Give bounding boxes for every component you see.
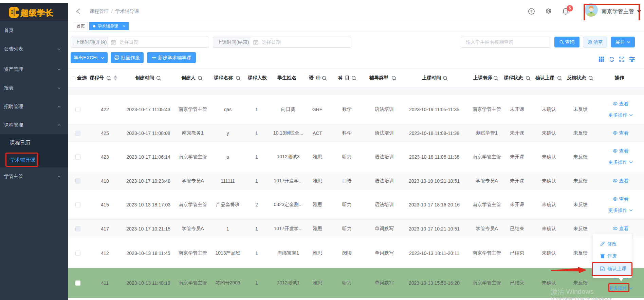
- svg-text:?: ?: [530, 9, 532, 14]
